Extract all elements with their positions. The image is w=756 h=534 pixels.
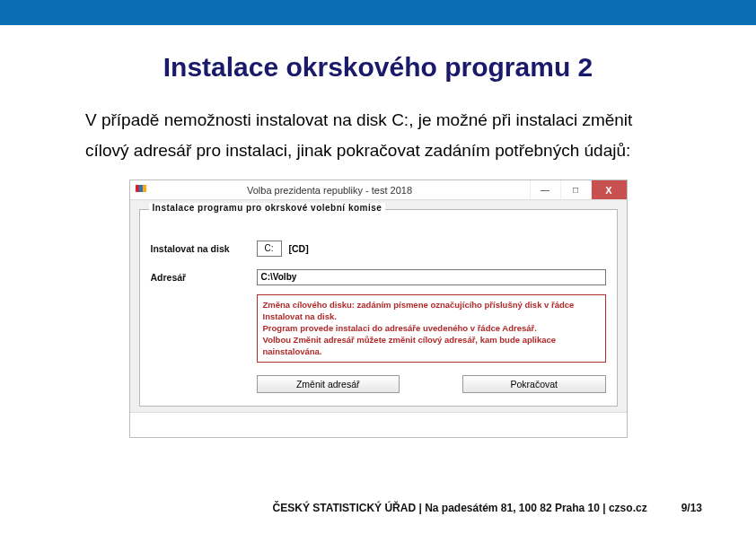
row-install-disk: Instalovat na disk C: [CD] <box>151 241 606 257</box>
window-titlebar: Volba prezidenta republiky - test 2018 —… <box>130 180 627 200</box>
slide-content: Instalace okrskového programu 2 V případ… <box>0 25 756 438</box>
slide-title: Instalace okrskového programu 2 <box>85 52 671 83</box>
maximize-button[interactable]: □ <box>560 180 591 199</box>
slide-paragraph: V případě nemožnosti instalovat na disk … <box>85 105 671 166</box>
warning-line-1: Změna cílového disku: zadáním písmene oz… <box>263 300 600 323</box>
window-bottom-strip <box>130 412 627 437</box>
slide-footer: ČESKÝ STATISTICKÝ ÚŘAD | Na padesátém 81… <box>0 502 756 514</box>
footer-page-number: 9/13 <box>681 502 702 514</box>
app-icon <box>130 182 152 198</box>
window-controls: — □ X <box>530 180 627 199</box>
svg-rect-0 <box>136 185 139 192</box>
drive-description: [CD] <box>289 243 309 254</box>
change-directory-button[interactable]: Změnit adresář <box>257 375 400 393</box>
footer-org: ČESKÝ STATISTICKÝ ÚŘAD | Na padesátém 81… <box>273 502 647 514</box>
continue-button[interactable]: Pokračovat <box>462 375 606 393</box>
button-row: Změnit adresář Pokračovat <box>257 375 606 393</box>
drive-input[interactable]: C: <box>257 241 282 257</box>
warning-line-3: Volbou Změnit adresář můžete změnit cílo… <box>263 335 600 358</box>
warning-line-2: Program provede instalaci do adresáře uv… <box>263 323 600 335</box>
svg-rect-2 <box>143 185 146 192</box>
top-accent-bar <box>0 0 756 25</box>
row-directory: Adresář C:\Volby <box>151 269 606 285</box>
installer-window: Volba prezidenta republiky - test 2018 —… <box>129 179 628 438</box>
label-install-disk: Instalovat na disk <box>151 243 250 254</box>
window-title: Volba prezidenta republiky - test 2018 <box>152 185 530 196</box>
minimize-button[interactable]: — <box>530 180 560 199</box>
close-button[interactable]: X <box>591 180 627 199</box>
svg-rect-1 <box>139 185 143 192</box>
directory-input[interactable]: C:\Volby <box>257 269 606 285</box>
panel-legend: Instalace programu pro okrskové volební … <box>149 203 386 213</box>
warning-box: Změna cílového disku: zadáním písmene oz… <box>257 294 606 363</box>
label-directory: Adresář <box>151 272 250 283</box>
install-panel: Instalace programu pro okrskové volební … <box>139 209 618 407</box>
